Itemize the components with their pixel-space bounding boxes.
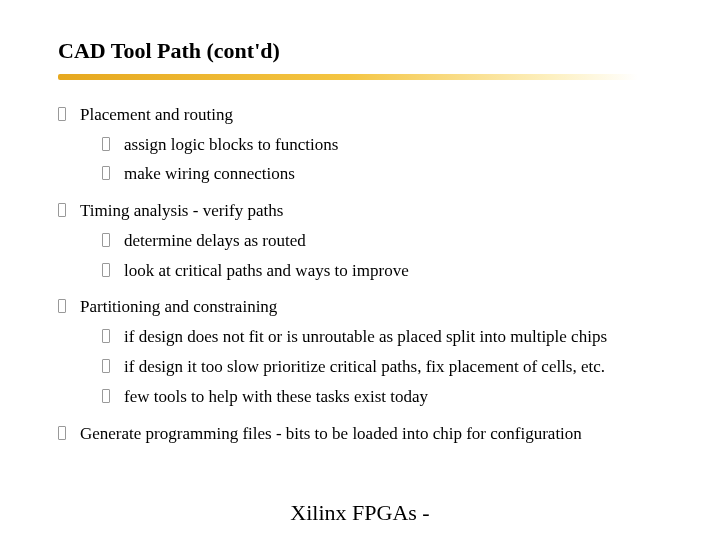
bullet-level1: Timing analysis - verify paths determine…	[58, 194, 670, 290]
bullet-level1: Placement and routing assign logic block…	[58, 98, 670, 194]
bullet-text: Partitioning and constraining	[80, 297, 277, 316]
bullet-text: Generate programming files - bits to be …	[80, 424, 582, 443]
bullet-level2: if design it too slow prioritize critica…	[102, 352, 670, 382]
bullet-text: determine delays as routed	[124, 231, 306, 250]
bullet-text: look at critical paths and ways to impro…	[124, 261, 409, 280]
bullet-text: Placement and routing	[80, 105, 233, 124]
bullet-text: Timing analysis - verify paths	[80, 201, 283, 220]
bullet-text: if design does not fit or is unroutable …	[124, 327, 607, 346]
bullet-level1: Partitioning and constraining if design …	[58, 290, 670, 416]
bullet-text: make wiring connections	[124, 164, 295, 183]
bullet-level2: make wiring connections	[102, 159, 670, 189]
bullet-text: if design it too slow prioritize critica…	[124, 357, 605, 376]
bullet-text: few tools to help with these tasks exist…	[124, 387, 428, 406]
bullet-text: assign logic blocks to functions	[124, 135, 338, 154]
slide-footer: Xilinx FPGAs -	[0, 500, 720, 526]
bullet-level2: look at critical paths and ways to impro…	[102, 256, 670, 286]
sub-bullet-list: assign logic blocks to functions make wi…	[80, 130, 670, 190]
sub-bullet-list: determine delays as routed look at criti…	[80, 226, 670, 286]
bullet-level2: determine delays as routed	[102, 226, 670, 256]
slide-title: CAD Tool Path (cont'd)	[58, 38, 670, 64]
bullet-level2: assign logic blocks to functions	[102, 130, 670, 160]
bullet-list: Placement and routing assign logic block…	[58, 98, 670, 451]
title-underline	[58, 74, 638, 80]
bullet-level2: if design does not fit or is unroutable …	[102, 322, 670, 352]
slide: CAD Tool Path (cont'd) Placement and rou…	[0, 0, 720, 451]
sub-bullet-list: if design does not fit or is unroutable …	[80, 322, 670, 411]
bullet-level1: Generate programming files - bits to be …	[58, 417, 670, 452]
bullet-level2: few tools to help with these tasks exist…	[102, 382, 670, 412]
